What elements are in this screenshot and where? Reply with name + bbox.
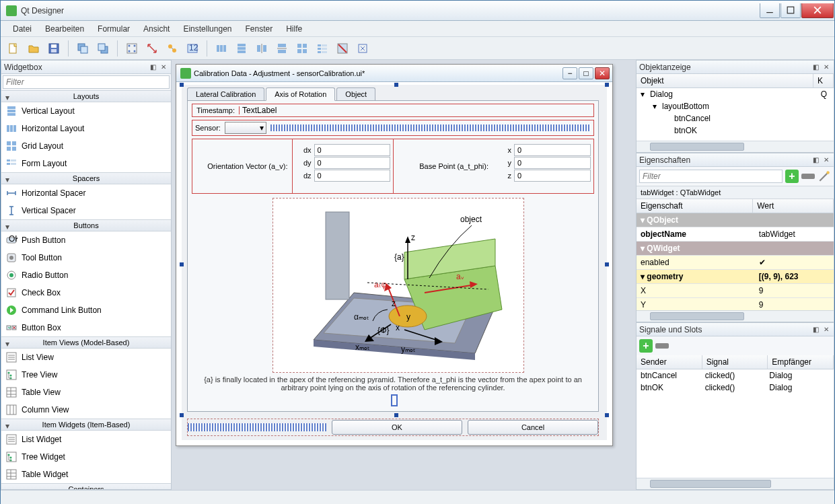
object-tree[interactable]: ▾DialogQ▾layoutBottombtnCancelbtnOK: [637, 88, 834, 141]
number-field[interactable]: 0: [314, 144, 390, 156]
widgetbox-item[interactable]: Radio Button: [1, 266, 171, 284]
edit-taborder-button[interactable]: 123: [184, 40, 201, 57]
widgetbox-item[interactable]: Horizontal Layout: [1, 120, 171, 137]
scrollbar[interactable]: [637, 478, 834, 489]
signal-row[interactable]: btnCancelclicked()Dialog: [637, 369, 834, 382]
open-button[interactable]: [25, 40, 42, 57]
widgetbox-item[interactable]: Vertical Layout: [1, 102, 171, 120]
tree-item[interactable]: ▾DialogQ: [637, 88, 834, 100]
signal-row[interactable]: btnOKclicked()Dialog: [637, 382, 834, 394]
number-field[interactable]: 0: [514, 144, 591, 156]
tab-object[interactable]: Object: [336, 87, 375, 101]
wand-icon[interactable]: [818, 170, 831, 183]
menu-hilfe[interactable]: Hilfe: [279, 22, 309, 36]
scrollbar[interactable]: [637, 310, 834, 322]
property-row[interactable]: X9: [637, 284, 834, 298]
edit-widgets-button[interactable]: [123, 40, 141, 57]
widgetbox-item[interactable]: Grid Layout: [1, 137, 171, 155]
close-icon[interactable]: ✕: [822, 63, 831, 72]
form-minimize-button[interactable]: −: [562, 67, 577, 79]
add-icon[interactable]: +: [785, 170, 799, 183]
widgetbox-list[interactable]: ▾LayoutsVertical LayoutHorizontal Layout…: [1, 90, 171, 489]
menu-einstellungen[interactable]: Einstellungen: [176, 22, 238, 36]
widgetbox-item[interactable]: List Widget: [1, 431, 171, 448]
widgetbox-item[interactable]: Button Box: [1, 319, 171, 336]
widgetbox-group[interactable]: ▾Spacers: [1, 172, 171, 184]
property-row[interactable]: Y9: [637, 298, 834, 310]
tab-lateral[interactable]: Lateral Calibration: [187, 87, 264, 101]
add-icon[interactable]: +: [639, 339, 653, 353]
dock-toggle-icon[interactable]: ◧: [811, 325, 820, 334]
scrollbar[interactable]: [637, 141, 834, 152]
properties-list[interactable]: ▾ QObjectobjectNametabWidget▾ QWidgetena…: [637, 213, 834, 310]
form-close-button[interactable]: ✕: [595, 67, 610, 79]
tree-item[interactable]: ▾layoutBottom: [637, 100, 834, 112]
widgetbox-group[interactable]: ▾Buttons: [1, 219, 171, 231]
close-icon[interactable]: ✕: [822, 155, 831, 165]
widgetbox-item[interactable]: Horizontal Spacer: [1, 184, 171, 202]
properties-filter[interactable]: [639, 170, 783, 183]
widgetbox-group[interactable]: ▾Containers: [1, 483, 171, 489]
menu-formular[interactable]: Formular: [91, 22, 137, 36]
widgetbox-filter[interactable]: [3, 75, 170, 89]
property-category[interactable]: ▾ QWidget: [637, 242, 834, 256]
menu-datei[interactable]: Datei: [6, 22, 38, 36]
close-icon[interactable]: ✕: [822, 325, 831, 334]
cancel-button[interactable]: Cancel: [468, 420, 598, 435]
property-row[interactable]: objectNametabWidget: [637, 227, 834, 242]
menu-bearbeiten[interactable]: Bearbeiten: [38, 22, 91, 36]
widgetbox-item[interactable]: Form Layout: [1, 155, 171, 172]
dock-toggle-icon[interactable]: ◧: [811, 63, 820, 72]
widgetbox-item[interactable]: Vertical Spacer: [1, 202, 171, 219]
widgetbox-group[interactable]: ▾Item Views (Model-Based): [1, 336, 171, 349]
edit-buddies-button[interactable]: [164, 40, 181, 57]
form-window[interactable]: Calibration Data - Adjustment - sensorCa…: [176, 64, 613, 446]
remove-icon[interactable]: [655, 343, 669, 349]
dock-toggle-icon[interactable]: ◧: [811, 155, 820, 165]
widgetbox-item[interactable]: OKPush Button: [1, 231, 171, 249]
widgetbox-item[interactable]: Tree Widget: [1, 448, 171, 466]
layout-v-button[interactable]: [233, 40, 250, 57]
new-form-button[interactable]: [5, 40, 22, 57]
widgetbox-item[interactable]: Check Box: [1, 284, 171, 301]
layout-grid-button[interactable]: [293, 40, 311, 57]
form-maximize-button[interactable]: □: [579, 67, 593, 79]
widgetbox-item[interactable]: Table View: [1, 384, 171, 401]
layout-form-button[interactable]: [314, 40, 331, 57]
widgetbox-item[interactable]: Column View: [1, 401, 171, 419]
widgetbox-group[interactable]: ▾Item Widgets (Item-Based): [1, 419, 171, 431]
bring-front-button[interactable]: [94, 40, 112, 57]
widgetbox-item[interactable]: Table Widget: [1, 466, 171, 483]
menu-ansicht[interactable]: Ansicht: [137, 22, 176, 36]
close-button[interactable]: [801, 3, 834, 18]
layout-vsplit-button[interactable]: [273, 40, 291, 57]
widgetbox-item[interactable]: List View: [1, 349, 171, 366]
maximize-button[interactable]: [780, 3, 801, 18]
property-category[interactable]: ▾ QObject: [637, 213, 834, 227]
number-field[interactable]: 0: [514, 157, 591, 169]
break-layout-button[interactable]: [334, 40, 351, 57]
layout-hsplit-button[interactable]: [253, 40, 270, 57]
widgetbox-item[interactable]: Tool Button: [1, 249, 171, 266]
tree-item[interactable]: btnCancel: [637, 112, 834, 124]
minimize-button[interactable]: [760, 3, 780, 18]
adjust-size-button[interactable]: [354, 40, 371, 57]
close-icon[interactable]: ✕: [159, 63, 168, 72]
layout-h-button[interactable]: [213, 40, 230, 57]
property-row[interactable]: enabled✔: [637, 256, 834, 270]
sensor-combo[interactable]: ▾: [225, 122, 266, 134]
save-button[interactable]: [45, 40, 63, 57]
number-field[interactable]: 0: [314, 170, 390, 182]
number-field[interactable]: 0: [514, 170, 591, 182]
send-back-button[interactable]: [74, 40, 92, 57]
number-field[interactable]: 0: [314, 157, 390, 169]
widgetbox-item[interactable]: Command Link Button: [1, 301, 171, 319]
ok-button[interactable]: OK: [332, 420, 462, 435]
tab-axis[interactable]: Axis of Rotation: [266, 87, 335, 101]
property-row[interactable]: ▾ geometry[(9, 9), 623: [637, 270, 834, 284]
edit-signals-button[interactable]: [143, 40, 161, 57]
widgetbox-group[interactable]: ▾Layouts: [1, 90, 171, 102]
signals-list[interactable]: btnCancelclicked()DialogbtnOKclicked()Di…: [637, 369, 834, 478]
dock-toggle-icon[interactable]: ◧: [148, 63, 157, 72]
tree-item[interactable]: btnOK: [637, 124, 834, 137]
